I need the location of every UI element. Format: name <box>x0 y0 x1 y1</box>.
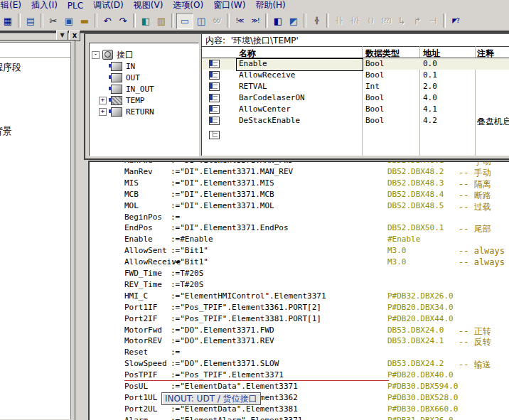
code-line-port1if[interactable]: Port1IF:="Pos_TPIF".Element3361.PORT[2]P… <box>90 303 509 314</box>
code-line-mol[interactable]: MOL:="DI".Element3371.MOLDB52.DBX48.5-- … <box>90 201 509 212</box>
code-line-mis[interactable]: MIS:="DI".Element3371.MISDB52.DBX48.3-- … <box>90 178 509 190</box>
menu-item-1[interactable]: 插入(I) <box>31 0 58 11</box>
code-line-motorrev[interactable]: MotorREV:="DO".Element3371.REVDB53.DBX24… <box>90 336 509 348</box>
menu-item-7[interactable]: 帮助(H) <box>255 0 285 11</box>
cell-address[interactable]: 4.1 <box>423 104 437 114</box>
symbol-info-toggle-icon[interactable]: ▭ <box>176 13 193 29</box>
print-icon[interactable]: ▤ <box>23 14 38 28</box>
tree-item-return[interactable]: +RETURN <box>99 106 154 117</box>
redo-icon[interactable]: ↷ <box>115 14 131 28</box>
tree-item-temp[interactable]: +TEMP <box>99 95 145 106</box>
menu-item-5[interactable]: 选项(O) <box>173 0 203 11</box>
cell-address[interactable]: 0.0 <box>423 59 437 68</box>
download-station-icon[interactable]: ◧ <box>138 14 154 28</box>
tree-item-out[interactable]: OUT <box>99 72 140 83</box>
window-detail-icon[interactable]: ◩ <box>286 14 301 28</box>
coil-icon[interactable]: ( ) <box>363 14 378 28</box>
code-line-hmi_c[interactable]: HMI_C:="ElementHMIControl".Element3371P#… <box>90 291 509 303</box>
goto-next-error-icon[interactable]: ≫! <box>247 14 263 28</box>
open-branch-icon[interactable]: ↳ <box>394 14 409 28</box>
cell-comment[interactable]: 叠盘机启用 <box>477 116 509 128</box>
cell-name[interactable]: AllowReceive <box>239 70 295 80</box>
table-row-empty[interactable] <box>202 129 509 141</box>
table-row[interactable]: AllowReceiveBool0.1 <box>202 70 509 81</box>
expand-icon[interactable]: + <box>99 97 107 104</box>
cell-type[interactable]: Bool <box>365 104 385 114</box>
copy-icon[interactable]: ▣ <box>61 14 77 28</box>
overview-entry[interactable]: 程序段 <box>0 61 21 74</box>
cell-name[interactable]: DeStackEnable <box>239 116 300 125</box>
window-split-icon[interactable]: ◧ <box>270 14 286 28</box>
code-line-mcb[interactable]: MCB:="DI".Element3371.MCBDB52.DBX48.4-- … <box>90 190 509 201</box>
overview-entry[interactable]: 背景 <box>0 125 12 138</box>
accessible-nodes-icon[interactable]: ▥ <box>154 14 169 28</box>
code-line-allowsent[interactable]: AllowSent:="Bit1"M3.0-- always <box>90 246 509 257</box>
cut-icon[interactable]: ✂ <box>45 14 61 28</box>
menu-item-0[interactable]: 辑(E) <box>1 0 21 11</box>
cell-name[interactable]: BarCodelaserON <box>239 93 305 102</box>
table-row[interactable]: RETVALInt2.0 <box>202 81 509 92</box>
code-line-allowreceive[interactable]: AllowReceive:="Bit1"M3.0-- always <box>90 257 509 269</box>
section-icon <box>111 62 122 71</box>
cell-name[interactable]: AllowCenter <box>239 104 291 114</box>
table-row[interactable]: BarCodelaserONBool4.0 <box>202 92 509 104</box>
tree-item-label: IN <box>126 62 135 71</box>
empty-box-icon[interactable]: [??] <box>378 14 394 28</box>
param-comment: -- 断路 <box>459 190 491 202</box>
code-line-slowspeed[interactable]: SlowSpeed:="DO".Element3371.SLOWDB53.DBX… <box>90 359 509 370</box>
cell-address[interactable]: 4.0 <box>423 93 437 102</box>
code-line-motorfwd[interactable]: MotorFwd:="DO".Element3371.FWDDB53.DBX24… <box>90 325 509 337</box>
cell-address[interactable]: 4.2 <box>423 116 437 125</box>
table-row[interactable]: AllowCenterBool4.1 <box>202 104 509 115</box>
collapse-icon[interactable]: - <box>92 51 100 59</box>
menu-item-plc[interactable]: PLC <box>68 1 83 11</box>
code-line-manrev[interactable]: ManRev:="DI".Element3371.MAN_REVDB52.DBX… <box>90 167 509 178</box>
cell-name[interactable]: RETVAL <box>239 82 267 91</box>
tree-root-interface[interactable]: -接口 <box>92 49 134 60</box>
toolbar-separator <box>265 14 268 28</box>
cell-type[interactable]: Int <box>365 82 380 91</box>
menu-item-4[interactable]: 视图(V) <box>134 0 164 11</box>
code-line-port2if[interactable]: Port2IF:="Pos_TPIF".Element3381.PORT[1]P… <box>90 314 509 325</box>
param-value: :="DO".Element3371.REV <box>171 336 274 345</box>
variable-icon <box>209 117 220 125</box>
contact-nc-icon[interactable]: ┤/├ <box>347 14 363 28</box>
close-branch-icon[interactable]: ↱ <box>409 14 425 28</box>
symbol-selection-icon[interactable]: ◫ <box>193 14 209 28</box>
help-select-icon[interactable]: ◤? <box>448 14 464 28</box>
cell-address[interactable]: 2.0 <box>423 82 437 91</box>
code-line-beginpos[interactable]: BeginPos:= <box>90 212 509 224</box>
code-line-port2ul[interactable]: Port2UL:="ElementData".Element3381P#DB30… <box>90 404 509 416</box>
code-line-alarm[interactable]: Alarm:="ElementAlarm".Element3371P#DB31.… <box>90 416 509 420</box>
tree-item-in_out[interactable]: IN_OUT <box>99 83 154 95</box>
code-line-manfwd[interactable]: ManFwd:="DI".Element3371.MAN_FWDDB52.DBX… <box>90 161 509 167</box>
tree-item-in[interactable]: IN <box>99 60 135 72</box>
code-line-posul[interactable]: PosUL:="ElementData".Element3371P#DB30.D… <box>90 382 509 393</box>
rail-icon[interactable]: ⊣ <box>425 14 441 28</box>
code-line-fwd_time[interactable]: FWD_Time:=T#20S <box>90 269 509 280</box>
code-line-port1ul[interactable]: Port1UL:="ElementData".Element3362P#DB30… <box>90 393 509 404</box>
cell-address[interactable]: 0.1 <box>423 70 437 80</box>
contact-no-icon[interactable]: ┤├ <box>331 14 347 28</box>
code-line-reset[interactable]: Reset:= <box>90 348 509 359</box>
goto-prev-error-icon[interactable]: !≪ <box>232 14 247 28</box>
expand-icon[interactable]: + <box>99 108 107 116</box>
new-network-icon[interactable]: ╬ <box>309 14 324 28</box>
paste-icon[interactable]: ▬ <box>77 14 92 28</box>
stl-code-pane[interactable]: ManFwd:="DI".Element3371.MAN_FWDDB52.DBX… <box>88 161 509 420</box>
menu-item-6[interactable]: 窗口(W) <box>213 0 245 11</box>
code-line-rev_time[interactable]: REV_Time:=T#20S <box>90 280 509 291</box>
menu-item-3[interactable]: 调试(D) <box>93 0 124 11</box>
undo-icon[interactable]: ↶ <box>100 14 115 28</box>
table-row[interactable]: DeStackEnableBool4.2叠盘机启用 <box>202 115 509 126</box>
monitor-glasses-icon[interactable]: 66' <box>209 14 225 28</box>
cell-type[interactable]: Bool <box>365 116 385 125</box>
cell-type[interactable]: Bool <box>365 70 385 80</box>
save-icon[interactable]: ▦ <box>0 14 16 28</box>
cell-type[interactable]: Bool <box>365 93 385 102</box>
code-line-endpos[interactable]: EndPos:="DI".Element3371.EndPosDB52.DBX5… <box>90 223 509 235</box>
param-value: :="Bit1" <box>171 246 208 255</box>
code-line-enable[interactable]: Enable:=#Enable#Enable <box>90 235 509 246</box>
cell-type[interactable]: Bool <box>365 59 385 68</box>
code-line-postpif[interactable]: PosTPIF:="Pos_TPIF".Element3371P#DB20.DB… <box>90 370 509 382</box>
